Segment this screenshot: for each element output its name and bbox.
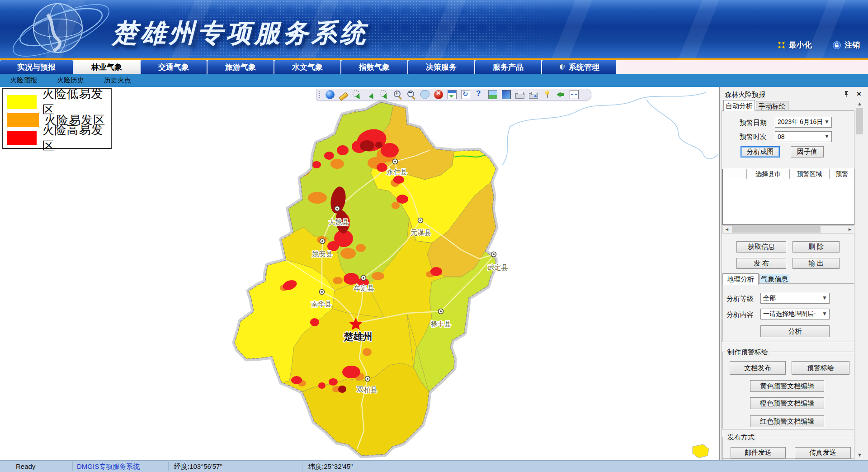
warn-time-select[interactable]: 08 ▼ [775,131,832,142]
tab-指数气象[interactable]: 指数气象 [341,60,408,74]
button-label: 橙色预警文档编辑 [760,399,814,408]
get-info-button[interactable]: 获取信息 [736,241,786,253]
email-send-button[interactable]: 邮件发送 [731,447,786,458]
select-extent-icon[interactable] [353,90,362,99]
toolbar-grip[interactable] [319,91,321,98]
tab-label: 指数气象 [359,62,390,72]
map-swatch-icon[interactable] [502,90,511,99]
table-hscrollbar[interactable]: ◄ ► [722,225,854,234]
image-export-icon[interactable] [488,90,497,99]
analyze-button[interactable]: 分析 [760,325,830,337]
tab-水文气象[interactable]: 水文气象 [274,60,341,74]
layout-icon[interactable] [570,90,579,99]
forest-fire-panel: 森林火险预报 × 自动分析 手动标绘 预警日期 2023年 6月16日 ▼ 预警… [719,87,868,460]
analyze-to-map-button[interactable]: 分析成图 [741,146,780,157]
scroll-up-icon[interactable]: ▲ [855,100,864,108]
map-label-武定县: 武定县 [488,263,508,271]
zoom-out-icon[interactable] [407,90,416,99]
panel-tab-auto-analysis[interactable]: 自动分析 [723,100,755,111]
measure-icon[interactable] [339,92,348,100]
orange-warning-doc-button[interactable]: 橙色预警文档编辑 [750,397,824,409]
scroll-right-icon[interactable]: ► [848,227,852,232]
delete-button[interactable]: 删 除 [793,241,840,253]
pan-icon[interactable] [420,90,429,99]
map-label-姚安县: 姚安县 [312,250,333,257]
tab-服务产品[interactable]: 服务产品 [475,60,542,74]
status-system-link[interactable]: DMGIS专项服务系统 [77,462,140,471]
tab-林业气象[interactable]: 林业气象 [74,60,141,74]
tab-label: 系统管理 [569,62,599,72]
tab-旅游气象[interactable]: 旅游气象 [208,60,274,74]
scroll-down-icon[interactable]: ▼ [855,451,864,459]
submenu-item-历史火点[interactable]: 历史火点 [104,76,131,85]
tab-label: 服务产品 [493,62,524,72]
fax-send-button[interactable]: 传真发送 [795,447,851,458]
warning-table[interactable]: 选择县市 预警区域 预警 [722,169,854,225]
map-label-禄丰县: 禄丰县 [431,320,451,328]
minimize-button[interactable]: 最小化 [778,40,812,50]
publish-group-title: 发布方式 [726,433,756,442]
vscroll-thumb[interactable] [856,108,863,134]
tab-label: 旅游气象 [225,62,256,72]
panel-vscrollbar[interactable]: ▲ ▼ [855,100,864,459]
map-canvas[interactable]: 永仁县元谋县大姚县姚安县武定县牟定县南华县禄丰县双柏县楚雄州 火险低易发区火险易… [0,87,719,460]
select-lasso-icon[interactable] [380,90,389,99]
submenu-bar: 火险预报火险历史历史火点 [0,74,868,87]
warn-time-value: 08 [778,133,785,140]
export-button[interactable]: 输 出 [793,258,840,269]
globe-icon[interactable] [326,90,335,99]
submenu-item-火险预报[interactable]: 火险预报 [10,76,37,85]
red-warning-doc-button[interactable]: 红色预警文档编辑 [750,415,824,427]
analysis-level-select[interactable]: 全部 ▼ [760,293,830,304]
warn-date-select[interactable]: 2023年 6月16日 ▼ [775,117,832,128]
logout-button[interactable]: 注销 [833,40,860,50]
yellow-warning-doc-button[interactable]: 黄色预警文档编辑 [750,380,824,392]
publish-button[interactable]: 发 布 [736,258,786,269]
analysis-content-select[interactable]: 一请选择地理图层- ▼ [760,309,830,319]
identify-icon[interactable] [475,90,484,99]
cancel-icon[interactable] [434,90,443,99]
button-label: 因子值 [797,148,817,156]
legend-swatch [7,95,37,109]
tab-label: 交通气象 [158,62,189,72]
logout-label: 注销 [844,40,860,50]
tab-label: 实况与预报 [17,62,56,72]
main-tabbar: 实况与预报林业气象交通气象旅游气象水文气象指数气象决策服务服务产品系统管理 [0,60,868,74]
button-label: 文档发布 [744,364,771,372]
sub-tab-geo-analysis[interactable]: 地理分析 [722,273,759,285]
sub-tab-weather-info[interactable]: 气象信息 [760,274,789,284]
status-bar: Ready DMGIS专项服务系统 经度:103°56'57" 纬度:25°32… [0,460,868,472]
refresh-icon[interactable] [461,90,470,99]
doc-publish-button[interactable]: 文档发布 [730,361,786,375]
minimize-icon [778,41,785,49]
tab-决策服务[interactable]: 决策服务 [408,60,475,74]
panel-close-icon[interactable]: × [857,90,861,99]
warning-plot-button[interactable]: 预警标绘 [792,361,849,375]
hscroll-thumb[interactable] [732,226,821,233]
warn-date-value: 2023年 6月16日 [778,118,823,126]
scroll-left-icon[interactable]: ◄ [725,227,729,232]
button-label: 获取信息 [748,243,775,251]
table-header: 预警区域 [790,169,830,179]
tab-交通气象[interactable]: 交通气象 [141,60,208,74]
full-extent-icon[interactable] [448,90,457,99]
status-latitude: 纬度:25°32'45" [308,462,353,471]
select-arrow-icon[interactable] [366,90,375,99]
back-icon[interactable] [556,90,565,99]
map-label-双柏县: 双柏县 [357,386,377,393]
locate-pin-icon[interactable] [542,90,552,99]
tab-实况与预报[interactable]: 实况与预报 [0,60,74,74]
pin-icon[interactable] [843,91,849,98]
minimize-label: 最小化 [789,40,812,50]
print-icon[interactable] [515,93,524,99]
zoom-in-icon[interactable] [393,90,402,99]
submenu-item-火险历史[interactable]: 火险历史 [57,76,84,85]
table-header [723,169,747,179]
legend-item: 火险高易发区 [7,129,111,147]
panel-tab-manual-plot[interactable]: 手动标绘 [756,101,788,111]
print-preview-icon[interactable] [529,93,538,99]
tab-系统管理[interactable]: 系统管理 [542,60,617,74]
factor-value-button[interactable]: 因子值 [791,146,824,157]
sub-tab-label: 气象信息 [761,275,788,284]
button-label: 黄色预警文档编辑 [760,382,814,391]
